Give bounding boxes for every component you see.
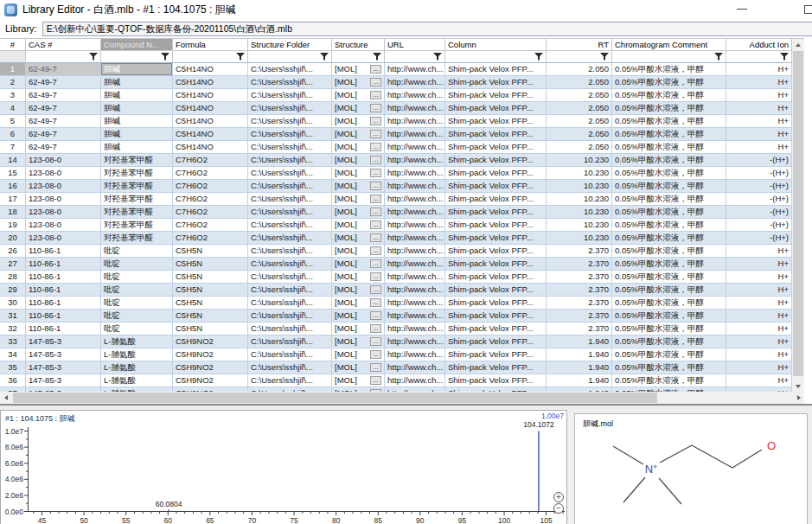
cell-cas[interactable]: 123-08-0 bbox=[26, 180, 101, 193]
cell-column[interactable]: Shim-pack Velox PFP... bbox=[445, 115, 547, 128]
cell-url[interactable]: http://www.ch... bbox=[385, 206, 445, 219]
cell-cas[interactable]: 110-86-1 bbox=[26, 310, 101, 323]
filter-funnel-icon[interactable] bbox=[600, 53, 609, 61]
cell-formula[interactable]: C5H14NO bbox=[173, 128, 248, 141]
cell-structure[interactable]: [MOL]... bbox=[332, 206, 385, 219]
cell-folder[interactable]: C:\Users\sshjif\... bbox=[248, 141, 332, 154]
table-row[interactable]: 462-49-7胆碱C5H14NOC:\Users\sshjif\...[MOL… bbox=[0, 102, 792, 115]
cell-name[interactable]: L-脯氨酸 bbox=[101, 374, 173, 387]
table-row[interactable]: 31110-86-1吡啶C5H5NC:\Users\sshjif\...[MOL… bbox=[0, 310, 792, 323]
cell-structure[interactable]: [MOL]... bbox=[332, 374, 385, 387]
structure-browse-button[interactable]: ... bbox=[370, 324, 381, 333]
filter-cell-adduct[interactable] bbox=[726, 51, 792, 63]
cell-cas[interactable]: 123-08-0 bbox=[26, 219, 101, 232]
cell-folder[interactable]: C:\Users\sshjif\... bbox=[248, 128, 332, 141]
column-header-rt[interactable]: RT bbox=[547, 39, 612, 51]
cell-url[interactable]: http://www.ch... bbox=[385, 115, 445, 128]
cell-num[interactable]: 19 bbox=[0, 219, 26, 232]
table-row[interactable]: 34147-85-3L-脯氨酸C5H9NO2C:\Users\sshjif\..… bbox=[0, 348, 792, 361]
cell-num[interactable]: 31 bbox=[0, 310, 26, 323]
cell-name[interactable]: 对羟基苯甲醛 bbox=[101, 232, 173, 245]
cell-url[interactable]: http://www.ch... bbox=[385, 271, 445, 284]
structure-browse-button[interactable]: ... bbox=[370, 363, 381, 372]
cell-folder[interactable]: C:\Users\sshjif\... bbox=[248, 206, 332, 219]
column-header-adduct[interactable]: Adduct Ion bbox=[726, 39, 792, 51]
filter-funnel-icon[interactable] bbox=[320, 53, 329, 61]
cell-comment[interactable]: 0.05%甲酸水溶液，甲醇 bbox=[612, 348, 726, 361]
cell-num[interactable]: 30 bbox=[0, 297, 26, 310]
filter-funnel-icon[interactable] bbox=[714, 53, 723, 61]
cell-column[interactable]: Shim-pack Velox PFP... bbox=[445, 374, 547, 387]
cell-name[interactable]: 吡啶 bbox=[101, 297, 173, 310]
cell-comment[interactable]: 0.05%甲酸水溶液，甲醇 bbox=[612, 310, 726, 323]
cell-column[interactable]: Shim-pack Velox PFP... bbox=[445, 154, 547, 167]
cell-structure[interactable]: [MOL]... bbox=[332, 63, 385, 76]
cell-column[interactable]: Shim-pack Velox PFP... bbox=[445, 89, 547, 102]
cell-rt[interactable]: 2.050 bbox=[547, 76, 612, 89]
cell-folder[interactable]: C:\Users\sshjif\... bbox=[248, 361, 332, 374]
cell-name[interactable]: 对羟基苯甲醛 bbox=[101, 193, 173, 206]
cell-comment[interactable]: 0.05%甲酸水溶液，甲醇 bbox=[612, 206, 726, 219]
cell-comment[interactable]: 0.05%甲酸水溶液，甲醇 bbox=[612, 297, 726, 310]
horizontal-scrollbar[interactable] bbox=[0, 392, 804, 404]
cell-structure[interactable]: [MOL]... bbox=[332, 271, 385, 284]
cell-adduct[interactable]: H+ bbox=[726, 258, 792, 271]
cell-structure[interactable]: [MOL]... bbox=[332, 258, 385, 271]
cell-cas[interactable]: 110-86-1 bbox=[26, 258, 101, 271]
cell-adduct[interactable]: -(H+) bbox=[726, 232, 792, 245]
table-row[interactable]: 33147-85-3L-脯氨酸C5H9NO2C:\Users\sshjif\..… bbox=[0, 335, 792, 348]
cell-folder[interactable]: C:\Users\sshjif\... bbox=[248, 63, 332, 76]
cell-structure[interactable]: [MOL]... bbox=[332, 310, 385, 323]
cell-folder[interactable]: C:\Users\sshjif\... bbox=[248, 245, 332, 258]
cell-adduct[interactable]: H+ bbox=[726, 335, 792, 348]
cell-name[interactable]: 对羟基苯甲醛 bbox=[101, 219, 173, 232]
cell-structure[interactable]: [MOL]... bbox=[332, 167, 385, 180]
cell-adduct[interactable]: H+ bbox=[726, 128, 792, 141]
column-header-column[interactable]: Column bbox=[445, 39, 547, 51]
cell-name[interactable]: L-脯氨酸 bbox=[101, 335, 173, 348]
table-row[interactable]: 27110-86-1吡啶C5H5NC:\Users\sshjif\...[MOL… bbox=[0, 258, 792, 271]
cell-structure[interactable]: [MOL]... bbox=[332, 219, 385, 232]
cell-formula[interactable]: C7H6O2 bbox=[173, 193, 248, 206]
cell-cas[interactable]: 62-49-7 bbox=[26, 141, 101, 154]
structure-browse-button[interactable]: ... bbox=[370, 285, 381, 294]
table-row[interactable]: 662-49-7胆碱C5H14NOC:\Users\sshjif\...[MOL… bbox=[0, 128, 792, 141]
cell-structure[interactable]: [MOL]... bbox=[332, 245, 385, 258]
table-row[interactable]: 32110-86-1吡啶C5H5NC:\Users\sshjif\...[MOL… bbox=[0, 323, 792, 335]
cell-num[interactable]: 18 bbox=[0, 206, 26, 219]
cell-folder[interactable]: C:\Users\sshjif\... bbox=[248, 374, 332, 387]
structure-browse-button[interactable]: ... bbox=[370, 104, 381, 112]
filter-funnel-icon[interactable] bbox=[236, 53, 245, 61]
cell-comment[interactable]: 0.05%甲酸水溶液，甲醇 bbox=[612, 232, 726, 245]
vertical-scrollbar[interactable] bbox=[792, 39, 804, 392]
filter-cell-name[interactable] bbox=[101, 51, 173, 63]
filter-cell-url[interactable] bbox=[385, 51, 445, 63]
column-header-comment[interactable]: Chromatogram Comment bbox=[612, 39, 726, 51]
cell-name[interactable]: 吡啶 bbox=[101, 271, 173, 284]
cell-cas[interactable]: 147-85-3 bbox=[26, 335, 101, 348]
cell-column[interactable]: Shim-pack Velox PFP... bbox=[445, 219, 547, 232]
cell-name[interactable]: 胆碱 bbox=[101, 89, 173, 102]
cell-comment[interactable]: 0.05%甲酸水溶液，甲醇 bbox=[612, 245, 726, 258]
cell-comment[interactable]: 0.05%甲酸水溶液，甲醇 bbox=[612, 258, 726, 271]
cell-column[interactable]: Shim-pack Velox PFP... bbox=[445, 258, 547, 271]
cell-adduct[interactable]: -(H+) bbox=[726, 219, 792, 232]
cell-name[interactable]: 胆碱 bbox=[101, 115, 173, 128]
column-header-formula[interactable]: Formula bbox=[173, 39, 248, 51]
cell-name[interactable]: L-脯氨酸 bbox=[101, 348, 173, 361]
filter-cell-cas[interactable] bbox=[26, 51, 101, 63]
cell-url[interactable]: http://www.ch... bbox=[385, 323, 445, 335]
cell-adduct[interactable]: -(H+) bbox=[726, 193, 792, 206]
cell-comment[interactable]: 0.05%甲酸水溶液，甲醇 bbox=[612, 219, 726, 232]
cell-num[interactable]: 29 bbox=[0, 284, 26, 297]
cell-comment[interactable]: 0.05%甲酸水溶液，甲醇 bbox=[612, 141, 726, 154]
cell-cas[interactable]: 62-49-7 bbox=[26, 102, 101, 115]
cell-folder[interactable]: C:\Users\sshjif\... bbox=[248, 284, 332, 297]
cell-rt[interactable]: 2.370 bbox=[547, 271, 612, 284]
cell-cas[interactable]: 123-08-0 bbox=[26, 232, 101, 245]
cell-cas[interactable]: 62-49-7 bbox=[26, 89, 101, 102]
cell-structure[interactable]: [MOL]... bbox=[332, 284, 385, 297]
cell-num[interactable]: 2 bbox=[0, 76, 26, 89]
filter-cell-rt[interactable] bbox=[547, 51, 612, 63]
cell-rt[interactable]: 2.370 bbox=[547, 310, 612, 323]
